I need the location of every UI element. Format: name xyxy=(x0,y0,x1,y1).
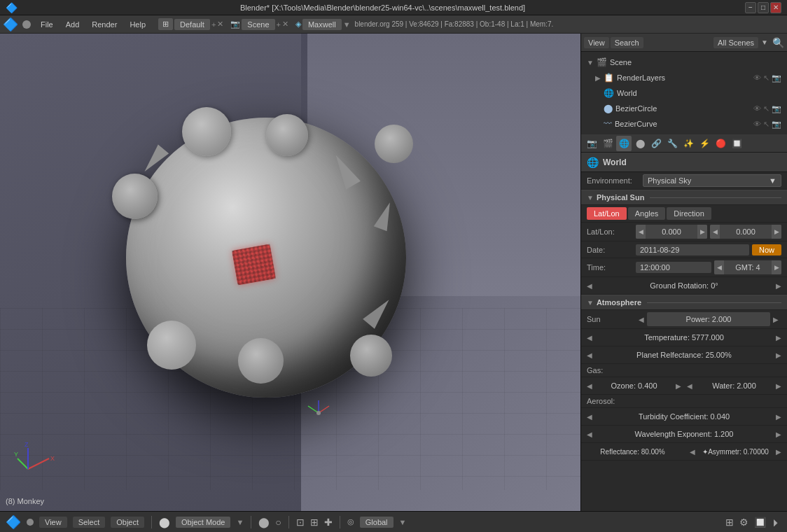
lat-input[interactable]: ◀ 0.000 ▶ xyxy=(636,225,707,239)
gmt-input[interactable]: ◀ GMT: 4 ▶ xyxy=(714,260,781,274)
world-prop-icon active[interactable]: 🌐 xyxy=(616,136,632,151)
tab-direction[interactable]: Direction xyxy=(667,207,711,220)
cursor-icon[interactable]: ↖ xyxy=(763,74,769,83)
view-all-icon[interactable]: ⊡ xyxy=(296,517,305,528)
scene-selector[interactable]: Scene xyxy=(242,19,274,30)
menu-file[interactable]: File xyxy=(35,19,59,30)
engine-arrow[interactable]: ▼ xyxy=(343,20,351,29)
asym-arrow-right[interactable]: ▶ xyxy=(773,444,784,458)
object-prop-icon[interactable]: ⬤ xyxy=(632,136,648,151)
search-icon[interactable]: 🔍 xyxy=(772,37,784,48)
turbidity-arrow-left[interactable]: ◀ xyxy=(584,410,595,424)
atmosphere-section[interactable]: ▼ Atmosphere xyxy=(581,295,787,310)
water-arrow-left[interactable]: ◀ xyxy=(684,379,695,393)
pivot-icon[interactable]: ◎ xyxy=(347,517,354,526)
scene-plus[interactable]: + xyxy=(277,20,281,29)
eye-icon-2[interactable]: 👁 xyxy=(753,104,761,113)
tree-item-renderlayers[interactable]: ▶ 📋 RenderLayers 👁 ↖ 📷 xyxy=(584,70,784,85)
global-arrow[interactable]: ▼ xyxy=(399,518,407,526)
planet-ref-arrow-left[interactable]: ◀ xyxy=(584,348,595,362)
ozone-arrow-right[interactable]: ▶ xyxy=(673,379,684,393)
tab-latlon[interactable]: Lat/Lon xyxy=(587,207,627,220)
sun-arrow-left[interactable]: ◀ xyxy=(636,312,647,326)
engine-selector[interactable]: Maxwell xyxy=(302,19,342,30)
viewport[interactable]: User Persp xyxy=(0,34,580,511)
lat-arrow-right[interactable]: ▶ xyxy=(697,225,707,239)
particle-icon[interactable]: ✨ xyxy=(681,136,696,151)
wavelength-arrow-right[interactable]: ▶ xyxy=(773,427,784,441)
modifier-icon[interactable]: 🔧 xyxy=(664,136,680,151)
lon-arrow-right[interactable]: ▶ xyxy=(772,225,781,239)
sun-power-bar[interactable]: Power: 2.000 xyxy=(647,312,770,326)
render-vis-icon[interactable]: 📷 xyxy=(772,74,781,83)
lat-arrow-left[interactable]: ◀ xyxy=(636,225,646,239)
render-prop-icon[interactable]: 📷 xyxy=(584,136,599,151)
ground-rot-arrow-left[interactable]: ◀ xyxy=(584,279,595,293)
temp-arrow-right[interactable]: ▶ xyxy=(773,330,784,344)
close-button[interactable]: ✕ xyxy=(770,2,781,13)
all-scenes-btn[interactable]: All Scenes xyxy=(713,37,758,48)
ground-rot-arrow-right[interactable]: ▶ xyxy=(773,279,784,293)
timeline-icon[interactable]: ⏵ xyxy=(772,517,781,528)
tree-item-beziercircle[interactable]: ▶ ⬤ BezierCircle 👁 ↖ 📷 xyxy=(584,101,784,116)
physical-sun-section[interactable]: ▼ Physical Sun xyxy=(581,190,787,205)
snap-icon[interactable]: 🔲 xyxy=(754,517,766,528)
menu-add[interactable]: Add xyxy=(60,19,85,30)
workspace-plus[interactable]: + xyxy=(211,20,216,29)
mode-select[interactable]: Object Mode xyxy=(176,517,230,528)
environment-dropdown[interactable]: Physical Sky ▼ xyxy=(643,174,781,187)
date-value[interactable]: 2011-08-29 xyxy=(636,244,749,255)
menu-render[interactable]: Render xyxy=(86,19,123,30)
gmt-arrow-right[interactable]: ▶ xyxy=(772,260,781,274)
layer-icons[interactable]: ⊞ xyxy=(725,517,734,528)
physics-icon[interactable]: ⚡ xyxy=(697,136,712,151)
lon-arrow-left[interactable]: ◀ xyxy=(710,225,720,239)
view-bottom-btn[interactable]: View xyxy=(39,517,67,528)
all-scenes-arrow[interactable]: ▼ xyxy=(761,38,768,46)
render-vis-icon-3[interactable]: 📷 xyxy=(772,120,781,129)
tab-angles[interactable]: Angles xyxy=(628,207,666,220)
water-arrow-right[interactable]: ▶ xyxy=(773,379,784,393)
view-btn[interactable]: View xyxy=(584,37,609,48)
manipulator-icon[interactable]: ✚ xyxy=(324,517,333,528)
viewport-shading-solid[interactable]: ⬤ xyxy=(258,517,270,528)
menu-help[interactable]: Help xyxy=(124,19,151,30)
cursor-icon-3[interactable]: ↖ xyxy=(763,120,769,129)
eye-icon-3[interactable]: 👁 xyxy=(753,120,761,129)
material-icon[interactable]: 🔴 xyxy=(713,136,728,151)
tree-item-world[interactable]: ▶ 🌐 World xyxy=(584,85,784,101)
turbidity-arrow-right[interactable]: ▶ xyxy=(773,410,784,424)
workspace-selector[interactable]: Default xyxy=(174,19,210,30)
object-bottom-btn[interactable]: Object xyxy=(111,517,144,528)
temp-arrow-left[interactable]: ◀ xyxy=(584,330,595,344)
prop-edit-icon[interactable]: ⚙ xyxy=(739,517,748,528)
cursor-icon-2[interactable]: ↖ xyxy=(763,104,769,113)
gmt-arrow-left[interactable]: ◀ xyxy=(714,260,724,274)
global-select[interactable]: Global xyxy=(360,517,394,528)
now-button[interactable]: Now xyxy=(752,244,781,255)
time-value[interactable]: 12:00:00 xyxy=(636,262,711,273)
viewport-shading-wire[interactable]: ○ xyxy=(275,517,281,528)
render-vis-icon-2[interactable]: 📷 xyxy=(772,104,781,113)
minimize-button[interactable]: − xyxy=(745,2,756,13)
constraint-icon[interactable]: 🔗 xyxy=(648,136,664,151)
ozone-arrow-left[interactable]: ◀ xyxy=(584,379,595,393)
workspace-minus[interactable]: ✕ xyxy=(217,20,223,29)
texture-icon[interactable]: 🔲 xyxy=(729,136,744,151)
mode-arrow[interactable]: ▼ xyxy=(236,518,244,526)
asym-arrow-left[interactable]: ◀ xyxy=(687,444,698,458)
sun-arrow-right[interactable]: ▶ xyxy=(770,312,781,326)
zoom-selected-icon[interactable]: ⊞ xyxy=(310,517,319,528)
properties-scroll-area[interactable]: 🌐 World Environment: Physical Sky ▼ ▼ Ph… xyxy=(581,153,787,511)
eye-icon[interactable]: 👁 xyxy=(753,74,761,83)
maximize-button[interactable]: □ xyxy=(758,2,769,13)
scene-prop-icon[interactable]: 🎬 xyxy=(600,136,615,151)
lon-input[interactable]: ◀ 0.000 ▶ xyxy=(710,225,781,239)
scene-minus[interactable]: ✕ xyxy=(282,20,288,29)
tree-item-scene[interactable]: ▼ 🎬 Scene xyxy=(584,55,784,70)
tree-item-beziercurve[interactable]: ▶ 〰 BezierCurve 👁 ↖ 📷 xyxy=(584,116,784,132)
search-btn[interactable]: Search xyxy=(611,37,643,48)
planet-ref-arrow-right[interactable]: ▶ xyxy=(773,348,784,362)
wavelength-arrow-left[interactable]: ◀ xyxy=(584,427,595,441)
select-bottom-btn[interactable]: Select xyxy=(73,517,106,528)
